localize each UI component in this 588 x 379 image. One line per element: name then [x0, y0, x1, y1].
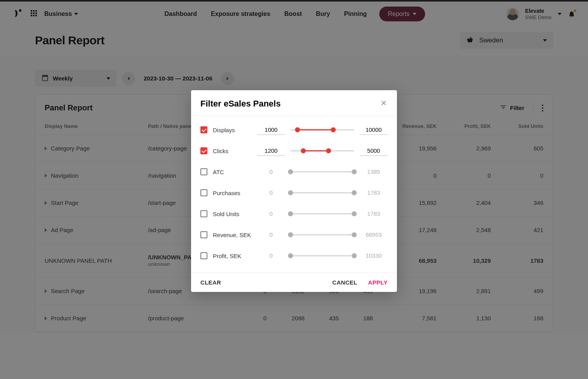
slider-handle-low[interactable]	[288, 211, 293, 217]
filter-label: Clicks	[213, 148, 252, 154]
filter-slider[interactable]	[291, 146, 354, 155]
filter-min-input[interactable]	[257, 146, 285, 156]
filter-row: Purchases	[200, 182, 388, 203]
filter-label: Displays	[213, 127, 252, 133]
filter-label: ATC	[213, 169, 252, 175]
filter-row: ATC	[200, 161, 388, 182]
filter-min-input	[257, 251, 285, 261]
filter-label: Profit, SEK	[213, 253, 252, 259]
slider-handle-low[interactable]	[288, 169, 293, 175]
slider-handle-high[interactable]	[352, 253, 357, 258]
filter-min-input	[257, 230, 285, 240]
filter-slider[interactable]	[291, 167, 354, 176]
filter-label: Purchases	[213, 190, 252, 196]
filter-max-input	[360, 251, 388, 261]
slider-handle-high[interactable]	[352, 211, 357, 217]
filter-checkbox[interactable]	[200, 210, 207, 217]
slider-handle-high[interactable]	[352, 169, 357, 175]
filter-dialog: Filter eSales Panels DisplaysClicksATCPu…	[191, 90, 397, 292]
slider-handle-high[interactable]	[326, 148, 331, 154]
filter-row: Displays	[200, 119, 388, 140]
slider-handle-low[interactable]	[288, 232, 293, 238]
slider-handle-high[interactable]	[352, 190, 357, 196]
filter-max-input	[360, 188, 388, 198]
filter-checkbox[interactable]	[200, 231, 207, 238]
slider-handle-low[interactable]	[288, 253, 293, 258]
modal-overlay[interactable]: Filter eSales Panels DisplaysClicksATCPu…	[0, 0, 588, 379]
filter-min-input[interactable]	[257, 125, 285, 135]
filter-checkbox[interactable]	[200, 126, 207, 133]
filter-row: Revenue, SEK	[200, 224, 388, 245]
filter-slider[interactable]	[291, 230, 354, 239]
filter-slider[interactable]	[291, 209, 354, 218]
slider-handle-low[interactable]	[301, 148, 306, 154]
slider-handle-low[interactable]	[295, 127, 300, 133]
filter-min-input	[257, 188, 285, 198]
filter-max-input[interactable]	[360, 146, 388, 156]
slider-handle-high[interactable]	[331, 127, 336, 133]
slider-handle-low[interactable]	[288, 190, 293, 196]
filter-checkbox[interactable]	[200, 252, 207, 259]
close-button[interactable]	[380, 99, 388, 109]
filter-max-input	[360, 230, 388, 240]
filter-min-input	[257, 167, 285, 177]
filter-max-input[interactable]	[360, 125, 388, 135]
filter-label: Sold Units	[213, 211, 252, 217]
filter-max-input	[360, 167, 388, 177]
filter-checkbox[interactable]	[200, 168, 207, 175]
filter-label: Revenue, SEK	[213, 232, 252, 238]
dialog-title: Filter eSales Panels	[200, 99, 281, 109]
filter-slider[interactable]	[291, 251, 354, 260]
filter-row: Sold Units	[200, 203, 388, 224]
filter-row: Clicks	[200, 140, 388, 161]
apply-button[interactable]: APPLY	[368, 279, 388, 286]
cancel-button[interactable]: CANCEL	[332, 279, 357, 286]
filter-min-input	[257, 209, 285, 219]
slider-handle-high[interactable]	[352, 232, 357, 238]
filter-row: Profit, SEK	[200, 245, 388, 266]
filter-checkbox[interactable]	[200, 147, 207, 154]
filter-max-input	[360, 209, 388, 219]
filter-slider[interactable]	[291, 188, 354, 197]
clear-button[interactable]: CLEAR	[200, 279, 221, 286]
filter-slider[interactable]	[291, 125, 354, 134]
filter-checkbox[interactable]	[200, 189, 207, 196]
